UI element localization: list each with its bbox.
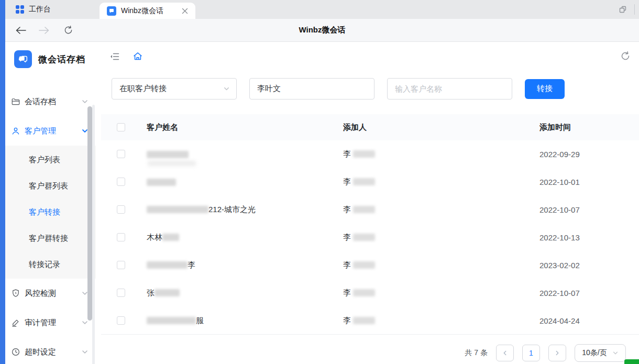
date-cell: 2022-09-29 (539, 150, 639, 159)
sidebar-submenu-label: 客户列表 (29, 155, 60, 165)
folder-icon (11, 97, 20, 106)
row-checkbox[interactable] (117, 205, 125, 214)
home-icon[interactable] (132, 51, 144, 62)
redacted-name-blur (147, 261, 188, 269)
redacted-adder-blur (353, 289, 375, 296)
customer-name-cell: 木林 (147, 233, 343, 242)
user-icon (11, 126, 20, 136)
sidebar-item-label: 超时设定 (25, 347, 81, 357)
column-header-date: 添加时间 (539, 123, 639, 133)
transfer-type-selected-value: 在职客户转接 (119, 84, 223, 94)
grid-icon (16, 5, 24, 14)
adder-cell: 李 (343, 260, 539, 270)
adder-cell: 李 (343, 316, 539, 326)
sidebar-submenu-item[interactable]: 客户转接 (5, 199, 96, 225)
adder-cell: 李 (343, 233, 539, 242)
adder-cell: 李 (343, 288, 539, 298)
customer-name-cell (147, 178, 343, 186)
sidebar: 微会话存档 会话存档 客户管理 (5, 42, 96, 364)
next-page-button[interactable] (548, 345, 566, 361)
column-header-adder: 添加人 (343, 123, 539, 133)
redacted-adder-blur (353, 150, 375, 158)
sidebar-item-label: 会话存档 (25, 97, 81, 107)
sidebar-submenu-label: 客户群转接 (29, 234, 68, 244)
row-checkbox[interactable] (117, 178, 125, 186)
table-row[interactable]: 张 李 2022-10-07 (101, 279, 639, 307)
table-row[interactable]: 李 2022-09-29 (101, 140, 639, 168)
customer-table: 客户姓名 添加人 添加时间 李 2022-09-29 李 (101, 114, 639, 335)
page-size-select[interactable]: 10条/页 (575, 344, 626, 362)
sidebar-item-label: 风控检测 (25, 289, 81, 299)
table-row[interactable]: 212-城市之光 李 2022-10-07 (101, 196, 639, 224)
select-all-checkbox[interactable] (117, 123, 125, 131)
reload-icon[interactable] (61, 23, 75, 38)
window-controls (619, 0, 635, 19)
page-title: Winbz微会话 (5, 25, 639, 35)
redacted-name-blur (147, 179, 176, 186)
forward-arrow-icon[interactable] (37, 23, 51, 38)
page-size-value: 10条/页 (582, 348, 607, 358)
table-row[interactable]: 服 李 2024-04-24 (101, 307, 639, 335)
date-cell: 2024-04-24 (539, 316, 639, 325)
sidebar-submenu-item[interactable]: 客户群列表 (5, 173, 96, 199)
back-arrow-icon[interactable] (14, 23, 28, 38)
sidebar-item-audit-management[interactable]: 审计管理 (5, 308, 96, 337)
date-cell: 2022-10-13 (539, 233, 639, 242)
sidebar-item-label: 客户管理 (25, 126, 81, 136)
staff-name-input[interactable] (257, 84, 368, 93)
content-header (101, 42, 639, 71)
customer-name-cell: 212-城市之光 (147, 205, 343, 215)
app-window: 工作台 Winbz微会话 Winbz微会话 (0, 0, 639, 364)
sidebar-item-risk-detection[interactable]: 风控检测 (5, 279, 96, 308)
row-checkbox[interactable] (117, 261, 125, 269)
date-cell: 2022-10-07 (539, 205, 639, 214)
prev-page-button[interactable] (496, 345, 514, 361)
pagination-bar: 共 7 条 1 10条/页 (101, 344, 626, 362)
sidebar-submenu-item[interactable]: 客户列表 (5, 147, 96, 173)
tab-winbz-label: Winbz微会话 (121, 6, 176, 16)
table-row[interactable]: 李 李 2023-02-02 (101, 251, 639, 279)
window-controls-divider (634, 4, 635, 15)
date-cell: 2022-10-01 (539, 178, 639, 186)
redacted-adder-blur (353, 261, 375, 269)
customer-name-input[interactable] (395, 84, 505, 93)
table-row[interactable]: 李 2022-10-01 (101, 168, 639, 196)
close-icon[interactable] (181, 7, 189, 15)
content-scrollbar-track[interactable] (92, 105, 95, 364)
redacted-adder-blur (353, 234, 375, 241)
transfer-button[interactable]: 转接 (525, 79, 565, 99)
tab-workbench[interactable]: 工作台 (5, 0, 60, 19)
sidebar-submenu-item[interactable]: 客户群转接 (5, 225, 96, 251)
chevron-down-icon (81, 348, 89, 356)
customer-name-cell (147, 150, 343, 159)
refresh-icon[interactable] (620, 50, 631, 62)
clock-icon (11, 347, 20, 357)
restore-window-icon[interactable] (619, 5, 627, 14)
sidebar-item-customer-management[interactable]: 客户管理 (5, 116, 96, 146)
navigation-bar: Winbz微会话 (5, 19, 639, 42)
redacted-adder-blur (353, 317, 375, 324)
page-number-button[interactable]: 1 (522, 345, 540, 361)
row-checkbox[interactable] (117, 289, 125, 297)
sidebar-submenu-item[interactable]: 转接记录 (5, 251, 96, 278)
app-logo-chat-icon (14, 50, 32, 68)
tab-winbz-active[interactable]: Winbz微会话 (100, 3, 195, 19)
row-checkbox[interactable] (117, 150, 125, 158)
menu-fold-icon[interactable] (109, 51, 120, 62)
sidebar-item-timeout-setting[interactable]: 超时设定 (5, 337, 96, 364)
total-count: 共 7 条 (465, 348, 488, 358)
app-logo-row: 微会话存档 (5, 42, 96, 75)
main-content: 在职客户转接 转接 客户姓名 添加人 (101, 42, 639, 364)
transfer-type-select[interactable]: 在职客户转接 (112, 78, 237, 100)
app-body: 微会话存档 会话存档 客户管理 (5, 42, 639, 364)
tab-bar: 工作台 Winbz微会话 (5, 0, 639, 19)
date-cell: 2022-10-07 (539, 289, 639, 297)
row-checkbox[interactable] (117, 316, 125, 325)
customer-name-cell: 服 (147, 316, 343, 326)
sidebar-scrollbar-thumb[interactable] (87, 106, 92, 321)
sidebar-item-session-archive[interactable]: 会话存档 (5, 87, 96, 116)
redacted-name-blur (147, 206, 208, 213)
row-checkbox[interactable] (117, 233, 125, 241)
customer-name-cell: 李 (147, 260, 343, 270)
table-row[interactable]: 木林 李 2022-10-13 (101, 224, 639, 251)
